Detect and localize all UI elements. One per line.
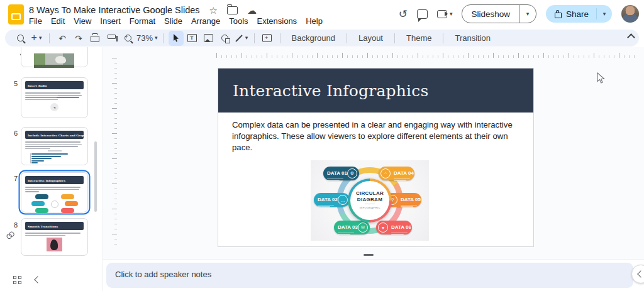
slide4-photo [34,53,74,68]
insert-comment-button[interactable] [260,31,275,46]
version-history-icon[interactable]: ↺ [399,9,408,19]
placeholder-line [25,187,80,188]
video-call-control[interactable]: ▾ [437,10,453,18]
insert-line-button[interactable]: ▾ [234,31,249,46]
mini-slide-title: Interactive Infographics [28,178,65,182]
select-cursor-icon [173,34,179,43]
move-folder-icon[interactable] [227,6,238,14]
placeholder-line [25,95,82,96]
slideshow-button[interactable]: Slideshow ▾ [462,4,536,23]
slide-thumbnail-7-selected[interactable]: Interactive Infographics [21,172,88,212]
menu-format[interactable]: Format [125,15,160,27]
transition-button[interactable]: Transition [448,33,497,43]
horizontal-ruler [216,53,638,58]
insert-image-button[interactable] [201,31,216,46]
insert-shape-button[interactable] [218,31,233,46]
mini-slide-header: Interactive Infographics [25,176,84,184]
search-menus-button[interactable] [13,31,28,46]
slide-thumbnail-8[interactable]: Smooth Transitions [21,218,88,256]
placeholder-line [25,99,58,101]
toolbar: + ▾ ↶ ↷ 73% ▾ ▾ Background Layout Theme [5,30,639,47]
mini-infographic [31,194,78,213]
insert-shape-icon [221,35,228,41]
slide-thumbnail-5[interactable]: Insert Audio ◄ [21,77,88,118]
menu-edit[interactable]: Edit [47,15,69,27]
slide-body-text[interactable]: Complex data can be presented in a clear… [232,119,526,154]
menu-help[interactable]: Help [301,15,327,27]
star-icon[interactable]: ☆ [209,6,218,15]
notes-resize-handle[interactable] [364,254,374,256]
menu-arrange[interactable]: Arrange [187,15,225,27]
google-slides-window: 8 Ways To Make Interactive Google Slides… [0,0,644,291]
placeholder-line [25,141,80,143]
placeholder-line [25,144,82,145]
placeholder-line [25,189,79,190]
menubar: File Edit View Insert Format Slide Arran… [25,15,327,27]
mouse-cursor [597,72,606,84]
redo-icon: ↷ [75,34,82,43]
mail-icon: ✉ [358,222,368,233]
print-button[interactable] [87,31,103,46]
share-dropdown-caret[interactable]: ▾ [596,8,612,19]
slide-number: 7 [8,175,18,182]
topbar-actions: ↺ ▾ Slideshow ▾ Share ▾ [399,4,639,24]
comments-icon[interactable] [417,9,428,19]
menu-view[interactable]: View [69,15,96,27]
toolbar-separator [254,33,255,43]
slide-title[interactable]: Interactive Infographics [233,82,428,100]
speaker-notes-input[interactable]: Click to add speaker notes [106,263,633,288]
infographic-pill-data01: DATA 01 ⚙ [323,167,359,180]
paint-format-icon [108,35,116,39]
redo-button[interactable]: ↷ [71,31,86,46]
paint-format-button[interactable] [104,31,119,46]
insert-image-icon [204,34,213,42]
menu-tools[interactable]: Tools [225,15,252,27]
current-slide[interactable]: Interactive Infographics Complex data ca… [218,68,534,247]
circular-diagram-infographic[interactable]: DATA 01 ⚙ DATA 02 … DATA 03 ✉ ∴ DATA [311,160,429,241]
grid-view-icon[interactable] [13,276,21,284]
placeholder-line [25,191,39,192]
mini-pill [61,208,74,213]
document-title[interactable]: 8 Ways To Make Interactive Google Slides [29,5,200,15]
vertical-ruler [112,58,117,248]
zoom-level-value: 73% [136,33,153,43]
select-tool-button[interactable] [169,31,184,46]
mini-pill [35,208,48,213]
text-box-icon [187,34,197,42]
background-button[interactable]: Background [286,33,341,43]
slide-thumbnail-6[interactable]: Include Interactive Charts and Graphs [21,127,88,165]
menu-extensions[interactable]: Extensions [253,15,302,27]
slides-app-icon[interactable] [8,4,24,25]
placeholder-line [25,148,50,150]
slide-number: 5 [8,80,18,87]
zoom-level-control[interactable]: 73% ▾ [136,31,158,46]
slide-title-bar[interactable]: Interactive Infographics [218,69,533,113]
collapse-filmstrip-icon[interactable] [34,276,41,283]
slide-canvas-area[interactable]: Interactive Infographics Complex data ca… [103,47,644,259]
undo-button[interactable]: ↶ [55,31,70,46]
infographic-center-subtext: INFOGRAPHIC [359,206,380,209]
chevron-down-icon: ▾ [245,35,248,41]
menu-slide[interactable]: Slide [160,15,187,27]
filmstrip-scrollbar[interactable] [94,141,97,212]
zoom-button[interactable] [120,31,135,46]
toolbar-separator [163,33,164,43]
cloud-status-icon[interactable]: ☁ [247,6,257,15]
divider [365,204,375,204]
layout-button[interactable]: Layout [352,33,389,43]
share-button[interactable]: Share ▾ [546,5,612,23]
video-call-icon [437,10,447,18]
mini-slide-header: Insert Audio [25,81,84,89]
mini-pill [31,201,45,206]
account-avatar[interactable] [621,5,639,23]
theme-button[interactable]: Theme [400,33,438,43]
slide-thumbnail-4[interactable] [21,47,88,67]
menu-insert[interactable]: Insert [96,15,125,27]
chevron-down-icon: ▾ [39,35,42,41]
new-slide-button[interactable]: + ▾ [29,31,44,46]
slide-number: 6 [8,129,18,137]
menu-file[interactable]: File [25,15,47,27]
infographic-pill-data06: ♥ DATA 06 [376,221,412,234]
slideshow-dropdown-caret[interactable]: ▾ [519,11,536,17]
text-box-button[interactable] [185,31,200,46]
